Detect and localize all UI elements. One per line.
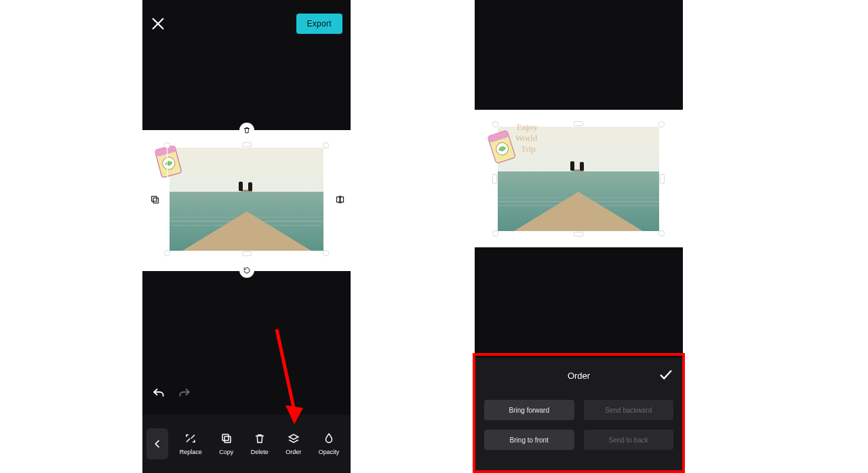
rotate-handle[interactable] <box>239 263 254 278</box>
resize-handle[interactable] <box>658 230 665 236</box>
resize-handle[interactable] <box>241 251 252 256</box>
order-button[interactable]: Order <box>285 432 301 455</box>
svg-rect-9 <box>224 436 231 443</box>
delete-button[interactable]: Delete <box>251 432 269 455</box>
delete-handle[interactable] <box>239 123 254 138</box>
opacity-button[interactable]: Opacity <box>319 432 340 455</box>
editor-header: Export <box>142 0 351 47</box>
send-backward-button: Send backward <box>584 400 674 420</box>
close-icon[interactable] <box>151 16 165 31</box>
tool-label: Delete <box>251 449 269 455</box>
bring-to-front-button[interactable]: Bring to front <box>484 430 574 450</box>
svg-rect-10 <box>222 434 229 440</box>
resize-handle[interactable] <box>323 250 329 256</box>
resize-handle[interactable] <box>164 142 170 148</box>
svg-text:Trip: Trip <box>521 144 536 154</box>
resize-handle[interactable] <box>164 250 170 256</box>
confirm-icon[interactable] <box>658 367 673 382</box>
sticker-layer[interactable]: Enjoy World Trip <box>486 121 545 164</box>
order-panel-header: Order <box>484 366 673 385</box>
undo-icon[interactable] <box>152 387 165 403</box>
phone-left: Export <box>142 0 351 473</box>
tool-label: Replace <box>180 449 202 455</box>
tool-label: Order <box>285 449 301 455</box>
duplicate-icon[interactable] <box>146 191 163 207</box>
svg-text:World: World <box>515 133 538 143</box>
order-panel-title: Order <box>568 371 590 381</box>
svg-rect-6 <box>151 196 157 201</box>
redo-icon[interactable] <box>178 387 191 403</box>
resize-handle[interactable] <box>492 174 497 184</box>
svg-rect-5 <box>153 198 159 203</box>
tool-label: Copy <box>219 449 233 455</box>
resize-handle[interactable] <box>492 230 498 236</box>
copy-button[interactable]: Copy <box>219 432 233 455</box>
order-panel: Order Bring forward Send backward Bring … <box>475 358 683 473</box>
svg-rect-7 <box>336 197 339 202</box>
replace-button[interactable]: Replace <box>180 432 202 455</box>
export-button[interactable]: Export <box>296 14 342 34</box>
bottom-toolbar: Replace Copy Delete Order Opacity <box>142 415 351 473</box>
svg-text:Enjoy: Enjoy <box>517 122 538 132</box>
selection-box[interactable] <box>167 145 326 253</box>
resize-handle[interactable] <box>323 142 329 148</box>
resize-handle[interactable] <box>241 142 252 147</box>
bring-forward-button[interactable]: Bring forward <box>484 400 574 420</box>
phone-right: Enjoy World Trip Order Bring forward Sen… <box>475 0 683 473</box>
undo-redo-row <box>152 387 191 403</box>
resize-handle[interactable] <box>574 232 584 236</box>
svg-rect-8 <box>340 197 343 202</box>
resize-handle[interactable] <box>658 121 665 127</box>
send-to-back-button: Send to back <box>584 430 674 450</box>
resize-handle[interactable] <box>574 121 584 126</box>
tool-label: Opacity <box>319 449 340 455</box>
resize-handle[interactable] <box>660 174 665 184</box>
toolbar-back-button[interactable] <box>146 428 168 459</box>
flip-icon[interactable] <box>332 191 348 207</box>
